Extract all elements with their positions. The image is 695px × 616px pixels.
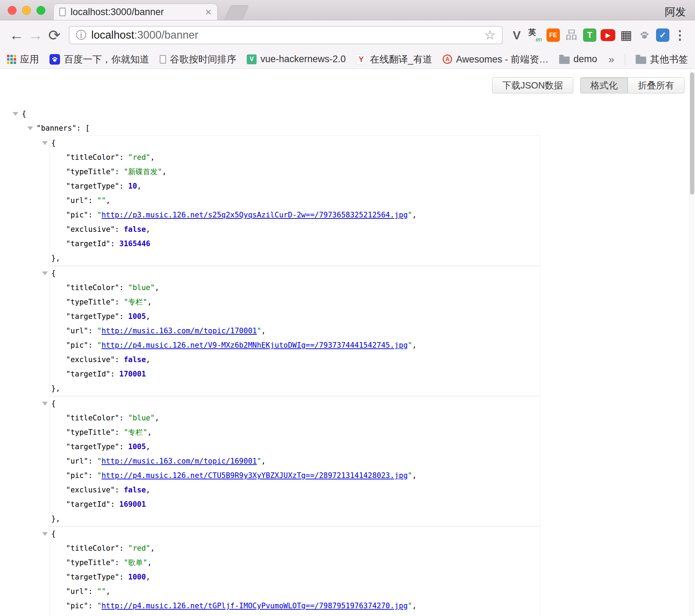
bookmark-youdao[interactable]: Y 在线翻译_有道 xyxy=(356,53,432,66)
json-line: { xyxy=(49,397,540,411)
collapse-toggle-icon[interactable] xyxy=(42,271,48,275)
collapse-toggle-icon[interactable] xyxy=(13,112,18,116)
bookmark-label: 在线翻译_有道 xyxy=(370,53,432,66)
json-line: "url": "http://music.163.com/m/topic/169… xyxy=(49,454,540,468)
bookmark-label: 应用 xyxy=(20,53,39,66)
maximize-window-button[interactable] xyxy=(37,6,45,15)
json-line: "typeTitle": "专栏", xyxy=(49,295,540,309)
json-line: "targetType": 10, xyxy=(49,179,540,194)
collapse-all-button[interactable]: 折叠所有 xyxy=(628,77,684,93)
reload-icon[interactable]: ⟳ xyxy=(45,26,64,45)
folder-icon xyxy=(559,57,570,64)
new-tab-button[interactable] xyxy=(224,5,249,20)
format-button[interactable]: 格式化 xyxy=(580,77,628,93)
paw-icon xyxy=(639,30,650,40)
json-line: "pic": "http://p3.music.126.net/s25q2x5Q… xyxy=(49,208,540,222)
collapse-toggle-icon[interactable] xyxy=(27,126,33,130)
collapse-toggle-icon[interactable] xyxy=(42,402,48,406)
youtube-extension-icon[interactable]: ▶ xyxy=(599,26,617,44)
json-line: "targetId": 169001 xyxy=(49,497,540,512)
json-line: }, xyxy=(49,251,540,266)
other-bookmarks-folder[interactable]: 其他书签 xyxy=(636,53,688,66)
sitemap-extension-icon[interactable]: 品 xyxy=(562,26,581,44)
minimize-window-button[interactable] xyxy=(22,6,31,15)
tab-close-icon[interactable]: × xyxy=(205,6,212,18)
back-icon[interactable]: ← xyxy=(7,26,26,45)
tampermonkey-extension-icon[interactable]: T xyxy=(581,26,599,44)
awesomes-favicon: A xyxy=(443,54,452,64)
apps-grid-icon xyxy=(7,55,16,64)
browser-toolbar: ← → ⟳ ⓘ localhost :3000/banner ☆ V 英 en … xyxy=(0,20,695,50)
forward-icon[interactable]: → xyxy=(26,26,45,45)
qrcode-extension-icon[interactable]: ▦ xyxy=(617,26,635,44)
bookmark-folder-demo[interactable]: demo xyxy=(559,54,597,65)
youdao-favicon: Y xyxy=(356,54,366,64)
json-url-link[interactable]: http://p4.music.126.net/CTU5B9R9y3XyYBZX… xyxy=(101,471,408,480)
vimium-extension-icon[interactable]: V xyxy=(508,26,526,44)
json-line: "pic": "http://p4.music.126.net/CTU5B9R9… xyxy=(49,468,540,483)
url-path: :3000/banner xyxy=(134,29,198,41)
json-line: { xyxy=(49,136,540,150)
json-line: "targetType": 1005, xyxy=(49,440,540,454)
close-window-button[interactable] xyxy=(8,6,16,15)
json-url-link[interactable]: http://p4.music.126.net/tGPljf-IMOCyPvum… xyxy=(101,602,408,610)
bookmark-vue-hackernews[interactable]: V vue-hackernews-2.0 xyxy=(247,54,346,65)
json-line: "titleColor": "red", xyxy=(49,150,540,165)
security-shield-extension-icon[interactable]: ✓ xyxy=(654,26,672,44)
collapse-toggle-icon[interactable] xyxy=(42,141,48,145)
json-object-block: {"titleColor": "red","typeTitle": "新碟首发"… xyxy=(49,136,541,266)
extension-icons: V 英 en FE 品 T ▶ ▦ ✓ ⋮ xyxy=(508,26,688,44)
translate-extension-icon[interactable]: 英 en xyxy=(526,26,544,44)
baidu-paw-icon xyxy=(49,54,60,65)
browser-tab[interactable]: localhost:3000/banner × xyxy=(53,4,218,20)
bookmark-label: demo xyxy=(574,54,597,65)
json-line: "targetId": 3165446 xyxy=(49,237,540,251)
json-line: { xyxy=(0,107,695,121)
address-bar[interactable]: ⓘ localhost :3000/banner ☆ xyxy=(69,26,503,44)
page-content: 下载JSON数据 格式化 折叠所有 {"banners": [{"titleCo… xyxy=(0,69,695,616)
chrome-menu-icon[interactable]: ⋮ xyxy=(672,28,688,42)
fe-extension-icon[interactable]: FE xyxy=(544,26,562,44)
json-line: "targetId": 170001 xyxy=(49,367,540,381)
json-line: "typeTitle": "新碟首发", xyxy=(49,165,540,179)
json-line: "exclusive": false, xyxy=(49,483,540,497)
json-line: { xyxy=(49,527,540,541)
json-line: "url": "", xyxy=(49,194,540,208)
chrome-profile-name[interactable]: 阿发 xyxy=(665,5,686,19)
scrollbar-thumb[interactable] xyxy=(690,72,694,195)
json-line: }, xyxy=(49,381,540,396)
bookmarks-overflow-icon[interactable]: » xyxy=(608,53,614,65)
bookmark-label: 其他书签 xyxy=(650,53,688,66)
json-line: "exclusive": false xyxy=(49,613,540,616)
json-line: "typeTitle": "歌单", xyxy=(49,556,540,570)
json-line: "exclusive": false, xyxy=(49,222,540,237)
scrollbar-track[interactable] xyxy=(689,69,695,616)
page-info-icon[interactable]: ⓘ xyxy=(76,28,86,42)
traffic-lights xyxy=(8,6,45,15)
json-object-block: {"titleColor": "blue","typeTitle": "专栏",… xyxy=(49,266,541,396)
json-line: "banners": [ xyxy=(0,121,695,136)
json-url-link[interactable]: http://music.163.com/m/topic/169001 xyxy=(101,457,257,465)
download-json-button[interactable]: 下载JSON数据 xyxy=(492,77,573,93)
collapse-toggle-icon[interactable] xyxy=(42,532,48,536)
json-url-link[interactable]: http://p3.music.126.net/s25q2x5QyqsAzilC… xyxy=(101,211,408,219)
bookmark-awesomes[interactable]: A Awesomes - 前端资… xyxy=(443,53,549,66)
json-line: "url": "", xyxy=(49,584,540,599)
url-host: localhost xyxy=(91,29,134,41)
bookmark-baidu[interactable]: 百度一下，你就知道 xyxy=(49,53,149,66)
folder-icon xyxy=(636,57,646,64)
json-line: { xyxy=(49,266,540,281)
json-tree: {"banners": [{"titleColor": "red","typeT… xyxy=(0,107,695,616)
json-url-link[interactable]: http://music.163.com/m/topic/170001 xyxy=(101,327,257,335)
bookmarks-divider xyxy=(625,54,625,65)
bookmark-label: 百度一下，你就知道 xyxy=(64,53,149,66)
titlebar: localhost:3000/banner × 阿发 xyxy=(0,0,695,20)
paw-extension-icon[interactable] xyxy=(635,26,654,44)
json-url-link[interactable]: http://p4.music.126.net/V9-MXz6b2MNhEKju… xyxy=(101,341,408,349)
json-line: "exclusive": false, xyxy=(49,353,540,367)
json-line: "titleColor": "red", xyxy=(49,541,540,556)
bookmark-apps[interactable]: 应用 xyxy=(7,53,39,66)
bookmarks-bar: 应用 百度一下，你就知道 谷歌按时间排序 V vue-hackernews-2.… xyxy=(0,50,695,69)
bookmark-google-sort[interactable]: 谷歌按时间排序 xyxy=(160,53,236,66)
bookmark-star-icon[interactable]: ☆ xyxy=(484,28,496,42)
